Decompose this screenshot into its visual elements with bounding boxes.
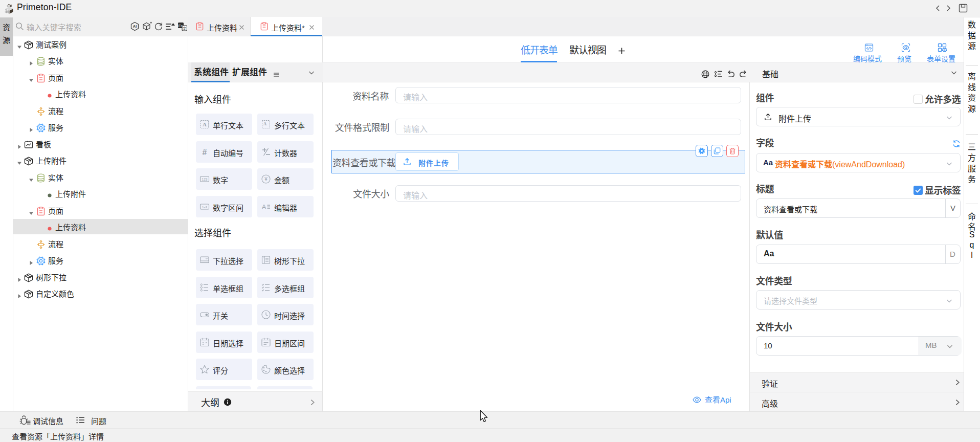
svg-text:1~3: 1~3 <box>202 205 208 208</box>
svg-text:¥: ¥ <box>264 176 268 182</box>
svg-text:A: A <box>203 121 207 127</box>
svg-text:A: A <box>263 121 267 126</box>
svg-text:文: 文 <box>183 26 187 31</box>
svg-text:123: 123 <box>202 178 208 181</box>
svg-text:A: A <box>262 203 266 211</box>
svg-text:AI: AI <box>133 24 137 29</box>
svg-text:#: # <box>203 147 207 156</box>
